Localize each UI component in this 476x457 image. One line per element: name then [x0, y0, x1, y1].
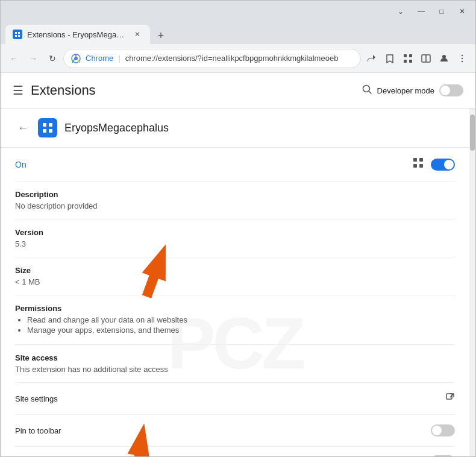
collapse-button[interactable]: ⌄: [392, 3, 409, 20]
size-value: < 1 MB: [15, 277, 455, 286]
description-section: Description No description provided: [15, 181, 455, 219]
size-section: Size < 1 MB: [15, 257, 455, 295]
url-bar[interactable]: Chrome | chrome://extensions/?id=neallik…: [63, 49, 361, 68]
permissions-section: Permissions Read and change all your dat…: [15, 295, 455, 345]
svg-rect-11: [404, 60, 407, 63]
allow-incognito-toggle[interactable]: [431, 455, 455, 456]
new-tab-button[interactable]: +: [152, 27, 169, 44]
svg-point-16: [462, 54, 463, 55]
svg-rect-25: [413, 158, 417, 162]
svg-rect-10: [409, 54, 412, 57]
extensions-header: ☰ Extensions Developer mode: [1, 73, 475, 109]
version-value: 5.3: [15, 239, 455, 248]
address-bar: ← → ↻ Chrome | chrome://extensions/?id=n…: [1, 44, 475, 73]
svg-point-17: [462, 57, 463, 58]
split-view-icon[interactable]: [418, 50, 434, 67]
extensions-icon[interactable]: [399, 50, 416, 67]
url-text: chrome://extensions/?id=neallikpcfbpgpmo…: [125, 54, 353, 63]
site-access-section: Site access This extension has no additi…: [15, 345, 455, 383]
search-icon[interactable]: [362, 84, 372, 98]
site-access-value: This extension has no additional site ac…: [15, 365, 455, 374]
page-content: ☰ Extensions Developer mode ←: [1, 73, 475, 456]
window-controls: ⌄ — □ ✕: [392, 3, 471, 20]
maximize-button[interactable]: □: [433, 3, 450, 20]
svg-rect-21: [43, 123, 46, 127]
on-label: On: [15, 160, 27, 169]
on-right: [413, 157, 455, 171]
svg-rect-23: [43, 129, 46, 133]
extension-body: PCZ On: [1, 148, 469, 456]
incognito-section: Allow in Incognito Warning: Google Chrom…: [15, 447, 455, 456]
share-icon[interactable]: [363, 50, 380, 67]
svg-rect-0: [15, 32, 17, 34]
svg-rect-12: [409, 60, 412, 63]
extension-icon: [38, 118, 57, 137]
header-right: Developer mode: [362, 84, 463, 98]
extension-detail-header: ← EryopsMegacephalus: [1, 109, 469, 148]
title-bar: ⌄ — □ ✕: [1, 1, 475, 22]
refresh-button[interactable]: ↻: [44, 50, 61, 67]
minimize-button[interactable]: —: [413, 3, 430, 20]
tab-title: Extensions - EryopsMegapha...: [27, 30, 127, 39]
tab-bar: Extensions - EryopsMegapha... ✕ +: [1, 22, 475, 44]
developer-mode-label: Developer mode: [377, 86, 434, 95]
svg-rect-24: [49, 129, 52, 133]
svg-rect-9: [404, 54, 407, 57]
back-button[interactable]: ←: [15, 119, 31, 137]
description-value: No description provided: [15, 201, 455, 210]
on-off-row: On: [15, 148, 455, 181]
main-layout: ← EryopsMegacephalus PCZ: [1, 109, 475, 456]
extension-detail-panel: ← EryopsMegacephalus PCZ: [1, 109, 469, 456]
svg-rect-2: [15, 35, 17, 37]
scrollbar-thumb[interactable]: [470, 115, 475, 151]
svg-rect-3: [18, 35, 20, 37]
svg-point-19: [363, 85, 369, 92]
header-left: ☰ Extensions: [13, 83, 96, 98]
size-label: Size: [15, 266, 455, 275]
grid-icon[interactable]: [413, 157, 424, 171]
version-label: Version: [15, 228, 455, 237]
svg-rect-26: [419, 158, 423, 162]
hamburger-icon[interactable]: ☰: [13, 83, 23, 98]
incognito-header: Allow in Incognito: [15, 455, 455, 456]
chrome-logo-icon: [71, 54, 81, 63]
browser-window: ⌄ — □ ✕ Extensions - EryopsMegapha... ✕ …: [0, 0, 476, 457]
description-label: Description: [15, 190, 455, 199]
site-settings-label: Site settings: [15, 394, 58, 403]
tab-favicon: [13, 30, 22, 39]
version-section: Version 5.3: [15, 219, 455, 257]
forward-button[interactable]: →: [25, 50, 42, 67]
permissions-label: Permissions: [15, 304, 455, 313]
svg-rect-27: [413, 164, 417, 168]
svg-rect-1: [18, 32, 20, 34]
external-link-icon: [445, 392, 455, 405]
page-title: Extensions: [31, 83, 96, 98]
site-access-label: Site access: [15, 353, 455, 362]
developer-mode-toggle[interactable]: [439, 84, 463, 96]
pin-to-toolbar-toggle[interactable]: [431, 424, 455, 437]
scrollbar-track[interactable]: [469, 109, 475, 456]
permission-item-2: Manage your apps, extensions, and themes: [27, 326, 455, 335]
pin-to-toolbar-label: Pin to toolbar: [15, 426, 61, 435]
svg-point-18: [462, 60, 463, 61]
site-settings-row[interactable]: Site settings: [15, 383, 455, 415]
permission-item-1: Read and change all your data on all web…: [27, 315, 455, 324]
toolbar-icons: [363, 50, 471, 67]
close-button[interactable]: ✕: [454, 3, 471, 20]
bookmark-icon[interactable]: [381, 50, 398, 67]
svg-line-20: [369, 91, 371, 93]
svg-rect-22: [49, 123, 52, 127]
tab-close-button[interactable]: ✕: [132, 29, 143, 40]
extension-name: EryopsMegacephalus: [64, 122, 169, 134]
url-separator: |: [118, 54, 120, 63]
chrome-indicator: Chrome: [86, 54, 113, 63]
profile-icon[interactable]: [436, 50, 453, 67]
permissions-list: Read and change all your data on all web…: [27, 315, 455, 335]
back-button[interactable]: ←: [5, 50, 22, 67]
active-tab[interactable]: Extensions - EryopsMegapha... ✕: [5, 25, 150, 44]
svg-rect-28: [419, 164, 423, 168]
menu-icon[interactable]: [454, 50, 471, 67]
extension-enable-toggle[interactable]: [431, 159, 455, 171]
pin-to-toolbar-row: Pin to toolbar: [15, 415, 455, 447]
